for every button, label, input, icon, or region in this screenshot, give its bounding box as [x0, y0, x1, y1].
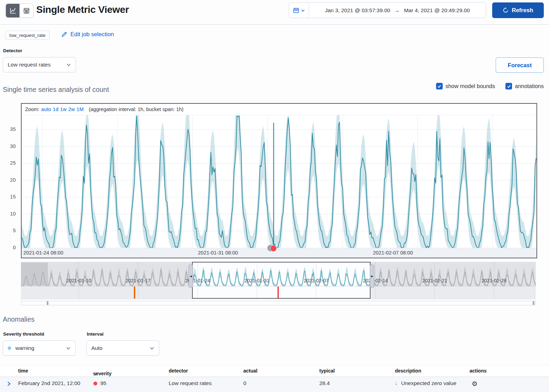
triangle-right-icon: ▶: [371, 275, 373, 278]
chart-toggles: show model bounds annotations: [436, 83, 544, 89]
detector-value: Low request rates: [8, 62, 51, 68]
date-start[interactable]: Jan 3, 2021 @ 03:57:39.00: [325, 7, 390, 14]
y-axis-tick: 0: [2, 244, 16, 251]
edit-job-selection-link[interactable]: Edit job selection: [61, 31, 114, 38]
single-metric-viewer-page: Single Metric Viewer Jan 3, 2021 @ 03:57…: [0, 0, 549, 392]
zoom-link-1w[interactable]: 1w: [60, 107, 67, 112]
col-typical[interactable]: typical: [319, 368, 335, 374]
anomaly-marker-dot[interactable]: [270, 245, 277, 252]
time-range-selection-brush[interactable]: [192, 262, 371, 299]
chevron-down-icon: [66, 62, 71, 67]
severity-value: warning: [15, 345, 34, 351]
zoom-link-1d[interactable]: 1d: [53, 107, 58, 112]
line-chart-icon: [9, 7, 16, 14]
refresh-button[interactable]: Refresh: [492, 2, 544, 18]
critical-severity-dot: [93, 382, 97, 385]
triangle-left-icon: ◀: [190, 275, 192, 278]
arrow-right-icon: →: [394, 7, 400, 14]
chevron-down-icon: [66, 346, 71, 351]
time-series-chart[interactable]: Zoom: auto 1d 1w 2w 1M (aggregation inte…: [21, 103, 537, 258]
series-heading: Single time series analysis of count: [3, 86, 109, 94]
page-title: Single Metric Viewer: [36, 4, 129, 15]
anomalies-heading: Anomalies: [3, 315, 35, 323]
zoom-link-2w[interactable]: 2w: [68, 107, 75, 112]
show-model-bounds-label: show model bounds: [445, 83, 495, 89]
refresh-icon: [503, 7, 509, 13]
date-picker-menu-button[interactable]: [289, 3, 309, 18]
header-divider: [0, 24, 549, 25]
zoom-link-auto[interactable]: auto: [41, 107, 51, 112]
y-axis-tick: 10: [2, 210, 16, 217]
chevron-down-icon: [150, 346, 154, 351]
forecast-button[interactable]: Forecast: [496, 57, 544, 73]
col-description[interactable]: description: [395, 368, 421, 374]
edit-job-selection-label: Edit job selection: [70, 31, 114, 38]
y-axis-tick: 15: [2, 193, 16, 200]
chevron-down-icon: [301, 8, 305, 13]
date-end[interactable]: Mar 4, 2021 @ 20:49:29.00: [404, 7, 470, 14]
chart-view-toggle[interactable]: [6, 4, 20, 17]
interval-value: Auto: [91, 345, 102, 351]
expand-row-chevron[interactable]: [6, 381, 12, 388]
show-model-bounds-checkbox[interactable]: show model bounds: [436, 83, 495, 89]
detector-select[interactable]: Low request rates: [3, 57, 76, 72]
brush-handle-right[interactable]: ▶: [370, 265, 374, 288]
col-time[interactable]: time: [18, 368, 28, 374]
col-actual[interactable]: actual: [243, 368, 257, 374]
cell-typical: 28.4: [319, 380, 330, 386]
y-axis-tick: 5: [2, 227, 16, 234]
focus-chart-plot[interactable]: [22, 115, 536, 248]
calendar-icon: [293, 7, 299, 13]
anomaly-table-row[interactable]: February 2nd 2021, 12:00 95 Low request …: [0, 377, 549, 392]
cell-description: ↓ Unexpected zero value: [395, 380, 456, 386]
interval-label: Interval: [87, 331, 104, 337]
checkbox-checked-icon: [505, 83, 512, 89]
table-view-toggle[interactable]: [20, 4, 33, 17]
brush-handle-left[interactable]: ◀: [189, 265, 193, 288]
navigator-scrollbar[interactable]: [21, 301, 536, 305]
cell-detector: Low request rates: [169, 380, 212, 386]
checkbox-checked-icon: [436, 83, 443, 89]
col-actions: actions: [470, 368, 487, 374]
x-axis: 2021-01-24 08:00 2021-01-31 08:00 2021-0…: [22, 248, 536, 258]
description-text: Unexpected zero value: [401, 380, 457, 386]
scrollbar-pill-left[interactable]: [47, 301, 48, 305]
aggregation-info: (aggregation interval: 1h, bucket span: …: [89, 107, 184, 112]
severity-threshold-select[interactable]: warning: [3, 340, 76, 356]
view-toggle-group: [6, 3, 33, 18]
y-axis-tick: 35: [2, 126, 16, 133]
cell-actual: 0: [243, 380, 246, 386]
y-axis-tick: 20: [2, 177, 16, 183]
job-badge[interactable]: low_request_rate: [6, 31, 49, 40]
table-icon: [23, 7, 30, 14]
sort-desc-icon: ↓: [94, 371, 97, 376]
actions-gear-icon[interactable]: ⚙: [472, 380, 478, 387]
x-axis-tick: 2021-02-07 08:00: [373, 250, 413, 256]
date-range-display[interactable]: Jan 3, 2021 @ 03:57:39.00 → Mar 4, 2021 …: [309, 3, 486, 18]
annotations-checkbox[interactable]: annotations: [505, 83, 544, 89]
interval-select[interactable]: Auto: [86, 340, 159, 356]
col-detector[interactable]: detector: [169, 368, 188, 374]
arrow-down-icon: ↓: [395, 380, 398, 386]
cell-severity: 95: [93, 380, 106, 386]
anomalies-table-header: time severity↓ detector actual typical d…: [0, 365, 549, 377]
zoom-prefix: Zoom:: [25, 107, 39, 112]
severity-option: warning: [8, 345, 34, 351]
context-chart-navigator[interactable]: 2021-01-10 2021-01-17 2021-01-24 2021-01…: [21, 262, 536, 299]
severity-threshold-label: Severity threshold: [3, 331, 44, 337]
scrollbar-pill-right[interactable]: [533, 301, 534, 305]
zoom-controls: Zoom: auto 1d 1w 2w 1M (aggregation inte…: [22, 104, 536, 115]
annotations-label: annotations: [515, 83, 544, 89]
cell-time: February 2nd 2021, 12:00: [18, 380, 80, 386]
warning-severity-dot: [8, 346, 11, 350]
y-axis-tick: 25: [2, 159, 16, 166]
x-axis-tick: 2021-01-24 08:00: [23, 250, 63, 256]
y-axis-tick: 30: [2, 143, 16, 150]
zoom-link-1M[interactable]: 1M: [77, 107, 84, 112]
pencil-icon: [61, 31, 67, 37]
refresh-label: Refresh: [512, 7, 533, 14]
x-axis-tick: 2021-01-31 08:00: [198, 250, 238, 256]
severity-score: 95: [100, 380, 106, 386]
date-range-picker: Jan 3, 2021 @ 03:57:39.00 → Mar 4, 2021 …: [289, 2, 486, 18]
detector-label: Detector: [3, 48, 22, 53]
